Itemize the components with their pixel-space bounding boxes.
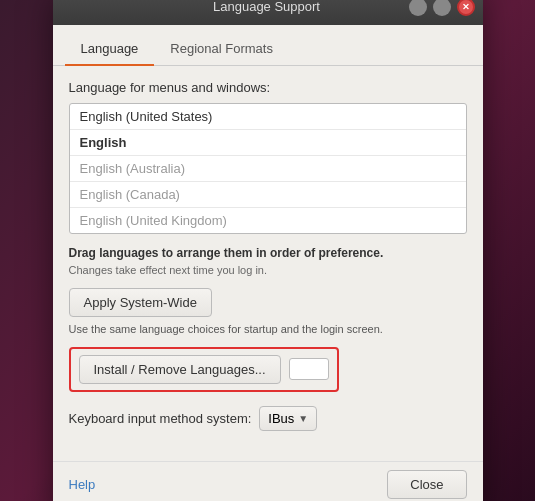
- maximize-button[interactable]: □: [433, 0, 451, 16]
- list-item[interactable]: English (Australia): [70, 156, 466, 182]
- language-support-window: Language Support − □ Language Regional F…: [53, 0, 483, 501]
- install-section: Install / Remove Languages...: [69, 347, 339, 392]
- tab-content: Language for menus and windows: English …: [53, 66, 483, 461]
- tab-language[interactable]: Language: [65, 33, 155, 66]
- keyboard-label: Keyboard input method system:: [69, 411, 252, 426]
- window-title: Language Support: [125, 0, 409, 14]
- list-item[interactable]: English (Canada): [70, 182, 466, 208]
- ibus-value: IBus: [268, 411, 294, 426]
- list-item[interactable]: English (United Kingdom): [70, 208, 466, 233]
- close-button[interactable]: [457, 0, 475, 16]
- close-dialog-button[interactable]: Close: [387, 470, 466, 499]
- apply-system-wide-button[interactable]: Apply System-Wide: [69, 288, 212, 317]
- list-item[interactable]: English: [70, 130, 466, 156]
- minimize-button[interactable]: −: [409, 0, 427, 16]
- section-label: Language for menus and windows:: [69, 80, 467, 95]
- tab-regional-formats[interactable]: Regional Formats: [154, 33, 289, 66]
- language-list: English (United States) English English …: [69, 103, 467, 234]
- drag-subtext: Changes take effect next time you log in…: [69, 264, 467, 276]
- tab-bar: Language Regional Formats: [53, 25, 483, 66]
- apply-subtext: Use the same language choices for startu…: [69, 323, 467, 335]
- footer: Help Close: [53, 461, 483, 502]
- help-link[interactable]: Help: [69, 477, 96, 492]
- titlebar: Language Support − □: [53, 0, 483, 25]
- drag-hint: Drag languages to arrange them in order …: [69, 246, 467, 260]
- window-controls: − □: [409, 0, 475, 16]
- install-spacer: [289, 358, 329, 380]
- list-item[interactable]: English (United States): [70, 104, 466, 130]
- install-remove-languages-button[interactable]: Install / Remove Languages...: [79, 355, 281, 384]
- keyboard-input-row: Keyboard input method system: IBus ▼: [69, 406, 467, 431]
- chevron-down-icon: ▼: [298, 413, 308, 424]
- ibus-dropdown[interactable]: IBus ▼: [259, 406, 317, 431]
